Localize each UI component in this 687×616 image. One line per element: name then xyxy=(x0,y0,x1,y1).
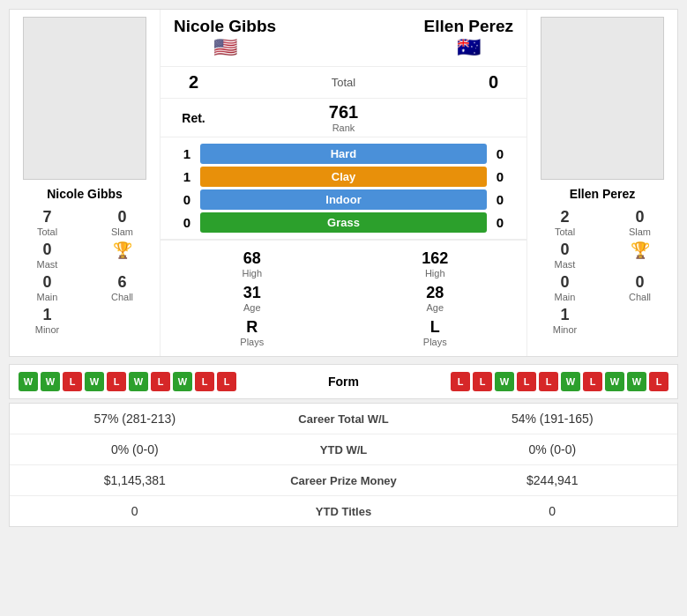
rank-section: Ret. 761 Rank xyxy=(161,99,526,137)
stats-center-3: YTD Titles xyxy=(256,505,432,518)
hard-left-val: 1 xyxy=(174,146,200,161)
stats-left-2: $1,145,381 xyxy=(14,473,256,487)
stats-row-0: 57% (281-213)Career Total W/L54% (191-16… xyxy=(10,404,677,434)
left-total-label: Total xyxy=(37,226,57,237)
indoor-right-val: 0 xyxy=(487,192,513,207)
left-chall-label: Chall xyxy=(111,292,133,302)
left-main-item: 0 Main xyxy=(14,273,80,302)
bottom-stats-table: 57% (281-213)Career Total W/L54% (191-16… xyxy=(9,403,678,527)
right-trophy-item: 🏆 xyxy=(607,241,673,270)
left-mast-item: 0 Mast xyxy=(14,241,80,270)
clay-left-val: 1 xyxy=(174,169,200,184)
left-form-badge-3: W xyxy=(85,372,104,391)
left-player-section: Nicole Gibbs 7 Total 0 Slam 0 Mast 🏆 xyxy=(10,10,160,356)
right-form-badge-7: W xyxy=(605,372,624,391)
left-player-photo xyxy=(23,17,146,180)
left-form-badge-7: W xyxy=(173,372,192,391)
right-form-badge-8: W xyxy=(627,372,646,391)
right-form-badge-0: L xyxy=(451,372,470,391)
left-form-badge-6: L xyxy=(151,372,170,391)
stats-row-3: 0YTD Titles0 xyxy=(10,496,677,526)
total-right-val: 0 xyxy=(478,72,509,93)
indoor-button: Indoor xyxy=(200,189,487,210)
right-trophy-icon: 🏆 xyxy=(631,241,650,260)
right-slam-value: 0 xyxy=(635,208,644,226)
left-minor-item: 1 Minor xyxy=(14,306,80,335)
right-plays-block: L Plays xyxy=(423,318,447,347)
left-chall-item: 6 Chall xyxy=(89,273,155,302)
grass-button: Grass xyxy=(200,212,487,233)
right-player-name: Ellen Perez xyxy=(570,187,636,201)
right-total-value: 2 xyxy=(560,208,569,226)
right-age-label: Age xyxy=(426,302,444,313)
left-form-badge-0: W xyxy=(19,372,38,391)
left-form-badge-4: L xyxy=(107,372,126,391)
left-plays-value: R xyxy=(240,318,264,337)
surface-indoor-row: 0 Indoor 0 xyxy=(174,189,513,210)
right-chall-item: 0 Chall xyxy=(607,273,673,302)
left-slam-label: Slam xyxy=(111,226,133,237)
stats-row-2: $1,145,381Career Prize Money$244,941 xyxy=(10,465,677,496)
left-form-badge-2: L xyxy=(63,372,82,391)
left-main-label: Main xyxy=(37,292,58,302)
right-high-value: 162 xyxy=(422,249,448,268)
stats-right-0: 54% (191-165) xyxy=(432,412,674,426)
form-badges-right: LLWLLWLWWL xyxy=(414,372,669,391)
right-player-photo xyxy=(541,17,664,180)
right-minor-item: 1 Minor xyxy=(532,306,598,335)
stats-row-1: 0% (0-0)YTD W/L0% (0-0) xyxy=(10,434,677,465)
left-plays-block: R Plays xyxy=(240,318,264,347)
right-mast-value: 0 xyxy=(560,241,569,259)
left-minor-value: 1 xyxy=(42,306,51,324)
left-form-badge-8: L xyxy=(195,372,214,391)
right-form-badge-4: L xyxy=(539,372,558,391)
right-main-label: Main xyxy=(555,292,576,302)
right-form-badge-5: W xyxy=(561,372,580,391)
right-header-name: Ellen Perez xyxy=(424,17,513,36)
stats-left-3: 0 xyxy=(14,504,256,518)
right-form-badge-6: L xyxy=(583,372,602,391)
left-minor-label: Minor xyxy=(35,324,60,335)
right-form-badge-3: L xyxy=(517,372,536,391)
right-chall-value: 0 xyxy=(635,273,644,292)
left-flag: 🇺🇸 xyxy=(174,36,276,59)
stats-left-1: 0% (0-0) xyxy=(14,442,256,456)
stats-center-1: YTD W/L xyxy=(256,443,432,456)
grass-left-val: 0 xyxy=(174,215,200,230)
left-slam-item: 0 Slam xyxy=(89,208,155,237)
left-header-name: Nicole Gibbs xyxy=(174,17,276,36)
left-high-value: 68 xyxy=(242,249,262,268)
left-form-badge-5: W xyxy=(129,372,148,391)
left-slam-value: 0 xyxy=(117,208,126,226)
left-age-value: 31 xyxy=(243,284,261,302)
left-chall-value: 6 xyxy=(117,273,126,292)
right-total-item: 2 Total xyxy=(532,208,598,237)
hard-button: Hard xyxy=(200,144,487,164)
surface-grass-row: 0 Grass 0 xyxy=(174,212,513,233)
left-high-label: High xyxy=(242,268,262,278)
indoor-left-val: 0 xyxy=(174,192,200,207)
players-wrapper: Nicole Gibbs 7 Total 0 Slam 0 Mast 🏆 xyxy=(9,9,678,357)
total-left-val: 2 xyxy=(178,72,209,93)
right-main-item: 0 Main xyxy=(532,273,598,302)
left-rank-val: Ret. xyxy=(178,111,209,125)
right-total-label: Total xyxy=(555,226,575,237)
rank-label: Rank xyxy=(209,122,478,133)
right-age-block: 28 Age xyxy=(426,284,444,313)
left-player-name: Nicole Gibbs xyxy=(47,187,123,201)
left-trophy-item: 🏆 xyxy=(89,241,155,270)
left-stats-grid: 7 Total 0 Slam 0 Mast 🏆 0 Main xyxy=(14,208,155,335)
total-mid-label: Total xyxy=(209,76,478,89)
grass-right-val: 0 xyxy=(487,215,513,230)
right-form-badge-2: W xyxy=(495,372,514,391)
stats-right-1: 0% (0-0) xyxy=(432,442,674,456)
right-plays-value: L xyxy=(423,318,447,337)
right-form-badge-1: L xyxy=(473,372,492,391)
center-panel: Nicole Gibbs 🇺🇸 Ellen Perez 🇦🇺 2 Total 0… xyxy=(160,10,527,356)
left-form-badge-1: W xyxy=(41,372,60,391)
stats-center-2: Career Prize Money xyxy=(256,474,432,487)
right-rank-number: 761 xyxy=(209,102,478,122)
right-form-badge-9: L xyxy=(649,372,668,391)
right-mast-item: 0 Mast xyxy=(532,241,598,270)
right-flag: 🇦🇺 xyxy=(424,36,513,59)
